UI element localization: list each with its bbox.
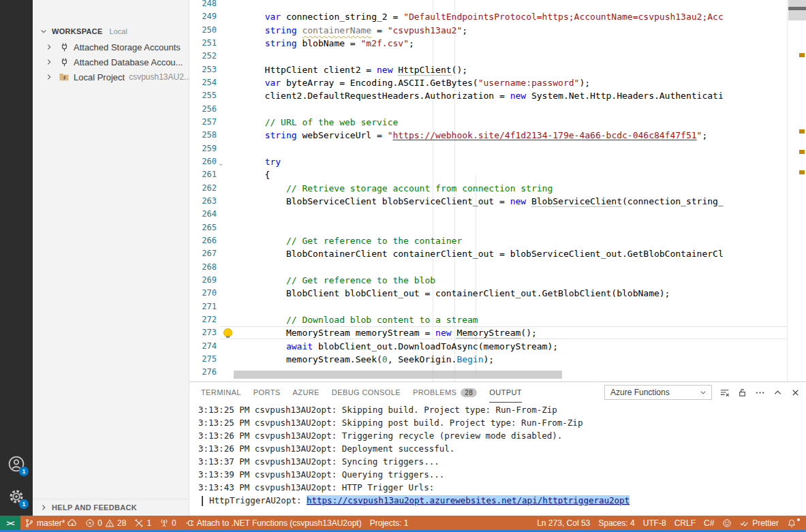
code-line-248[interactable]: 248 [189,0,726,10]
tower-status-item[interactable]: 0 [155,516,181,530]
line-number: 255 [189,89,217,102]
activity-bar: 1 1 [0,0,33,516]
line-number: 272 [189,313,217,326]
settings-gear-icon[interactable]: 1 [7,487,26,506]
line-number: 268 [189,261,217,274]
workspace-section-header[interactable]: WORKSPACE Local [38,26,189,37]
formatter-label: Prettier [752,518,779,528]
plug-icon [59,42,69,52]
cursor-position-item[interactable]: Ln 273, Col 53 [533,518,594,528]
lock-icon[interactable] [737,387,747,398]
notifications-item[interactable] [783,518,801,528]
panel-toolbar: Azure Functions [604,385,801,400]
tab-azure[interactable]: AZURE [293,382,320,403]
attach-debug-item[interactable]: Attach to .NET Functions (csvpush13AU2op… [181,516,366,530]
code-line-260[interactable]: 260 try [189,155,726,168]
attach-label: Attach to .NET Functions (csvpush13AU2op… [197,518,362,528]
code-line-255[interactable]: 255 client2.DefaultRequestHeaders.Author… [189,89,726,102]
maximize-panel-icon[interactable] [772,387,783,398]
line-number: 260 [189,155,217,168]
feedback-smiley-item[interactable] [718,518,736,528]
code-line-267[interactable]: 267 BlobContainerClient containerClient_… [189,247,726,260]
tools-icon [134,518,144,528]
code-editor[interactable]: 248249 var connection_string_2 = "Defaul… [189,0,806,382]
smiley-icon [722,518,732,528]
output-line: 3:13:26 PM csvpush13AU2opt: Triggering r… [198,429,806,442]
code-line-273[interactable]: 273 MemoryStream memoryStream = new Memo… [189,326,726,339]
vertical-scrollbar[interactable] [788,0,806,20]
output-channel-select[interactable]: Azure Functions [604,385,712,400]
code-line-250[interactable]: 250 string containerName = "csvpush13au2… [189,24,726,37]
sidebar-item-attached-database-accounts[interactable]: Attached Database Accou... [33,54,189,69]
fold-chevron-icon[interactable]: ⌄ [218,159,223,167]
code-line-254[interactable]: 254 var byteArray = Encoding.ASCII.GetBy… [189,76,726,89]
eol-item[interactable]: CRLF [670,518,700,528]
encoding-item[interactable]: UTF-8 [639,518,670,528]
output-line: 3:13:39 PM csvpush13AU2opt: Querying tri… [198,468,806,481]
code-line-265[interactable]: 265 [189,221,726,234]
code-line-253[interactable]: 253 HttpClient client2 = new HttpClient(… [189,63,726,76]
status-bar-right: Ln 273, Col 53 Spaces: 4 UTF-8 CRLF C# [533,518,806,528]
tower-count: 0 [172,518,176,528]
warning-marker [799,150,805,154]
line-number: 249 [189,10,217,23]
lightbulb-icon[interactable] [223,328,232,337]
line-number: 271 [189,300,217,313]
code-line-252[interactable]: 252 [189,50,726,63]
chevron-down-icon [38,26,49,37]
clear-output-icon[interactable] [719,387,730,398]
workspace-label: WORKSPACE [52,27,103,35]
tab-ports[interactable]: PORTS [253,382,281,403]
code-line-269[interactable]: 269 // Get reference to the blob [189,274,726,287]
code-line-262[interactable]: 262 // Retrieve storage account from con… [189,182,726,195]
tab-output[interactable]: OUTPUT [489,382,522,403]
code-line-261[interactable]: 261 { [189,168,726,181]
code-line-256[interactable]: 256 [189,103,726,116]
sidebar-item-local-project[interactable]: Local Project csvpush13AU2... [33,69,189,84]
trigger-name: HttpTriggerAU2opt: [209,495,307,505]
git-branch-item[interactable]: master* [20,516,81,530]
close-panel-icon[interactable] [790,387,801,398]
output-indent-bar [202,496,203,506]
projects-status-item[interactable]: Projects: 1 [366,516,413,530]
account-icon[interactable]: 1 [7,454,26,473]
sidebar-item-attached-storage-accounts[interactable]: Attached Storage Accounts [33,40,189,54]
tab-terminal[interactable]: TERMINAL [201,382,241,403]
settings-badge: 1 [19,499,29,509]
problems-status-item[interactable]: 0 28 [81,516,130,530]
formatter-item[interactable]: Prettier [736,518,783,528]
language-mode-item[interactable]: C# [700,518,718,528]
line-number: 261 [189,168,217,181]
more-actions-icon[interactable] [754,387,765,398]
code-line-271[interactable]: 271 [189,300,726,313]
code-line-249[interactable]: 249 var connection_string_2 = "DefaultEn… [189,10,726,23]
remote-indicator[interactable]: >< [0,516,20,530]
line-number: 252 [189,50,217,63]
code-line-263[interactable]: 263 BlobServiceClient blobServiceClient_… [189,195,726,208]
output-line: 3:13:37 PM csvpush13AU2opt: Syncing trig… [198,455,806,468]
workspace-detail: Local [110,27,127,35]
code-line-274[interactable]: 274 await blobClient_out.DownloadToAsync… [189,340,726,353]
horizontal-scrollbar[interactable] [234,371,562,379]
indentation-item[interactable]: Spaces: 4 [594,518,638,528]
line-number: 256 [189,103,217,116]
radio-tower-icon [159,518,169,528]
tools-status-item[interactable]: 1 [130,516,155,530]
tab-problems[interactable]: PROBLEMS 28 [413,382,477,403]
trigger-url-link[interactable]: https://csvpush13au2opt.azurewebsites.ne… [307,495,630,505]
code-line-272[interactable]: 272 // Download blob content to a stream [189,313,726,326]
code-line-268[interactable]: 268 [189,261,726,274]
code-line-275[interactable]: 275 memoryStream.Seek(0, SeekOrigin.Begi… [189,353,726,366]
code-line-264[interactable]: 264 [189,208,726,221]
code-line-251[interactable]: 251 string blobName = "m2f.csv"; [189,37,726,50]
code-line-257[interactable]: 257 // URL of the web service [189,116,726,129]
tab-debug-console[interactable]: DEBUG CONSOLE [332,382,401,403]
code-line-270[interactable]: 270 BlobClient blobClient_out = containe… [189,287,726,300]
scrollbar-position-band [788,7,806,10]
code-line-259[interactable]: 259 [189,142,726,155]
code-line-266[interactable]: 266 // Get reference to the container [189,234,726,247]
output-log[interactable]: 3:13:25 PM csvpush13AU2opt: Skipping bui… [189,403,806,516]
warning-marker [799,53,805,57]
code-line-258[interactable]: 258 string webServiceUrl = "https://webh… [189,129,726,142]
help-and-feedback-section[interactable]: HELP AND FEEDBACK [33,499,188,516]
